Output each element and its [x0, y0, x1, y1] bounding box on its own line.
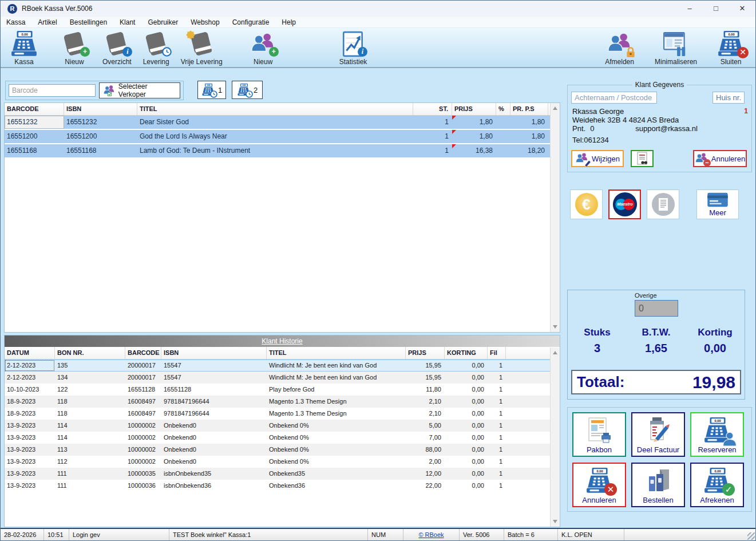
history-row[interactable]: 13-9-2023 111 10000035 isbnOnbekend35 On…: [5, 468, 560, 480]
hist-cell-barcode: 10000002: [125, 444, 161, 456]
bestellen-button[interactable]: Bestellen: [631, 463, 685, 507]
toolbar-levering-button[interactable]: Levering: [143, 30, 169, 66]
deel-factuur-icon: [645, 416, 671, 445]
toolbar-nieuw-klant-button[interactable]: + Nieuw: [250, 30, 276, 66]
pakbon-button[interactable]: Pakbon: [572, 412, 626, 457]
cart-cell-titel: Dear Sister God: [137, 116, 413, 129]
cart-col-barcode[interactable]: BARCODE: [5, 103, 64, 115]
hist-col-bon[interactable]: BON NR.: [55, 347, 125, 359]
toolbar-overzicht-button[interactable]: i Overzicht: [102, 30, 132, 66]
register-2-button[interactable]: 2: [232, 81, 263, 99]
cart-col-st[interactable]: ST.: [413, 103, 452, 115]
hist-col-isbn[interactable]: ISBN: [161, 347, 267, 359]
cart-row[interactable]: 16551200 16551200 God the Lord Is Always…: [5, 130, 560, 143]
annuleren-button[interactable]: ✕ Annuleren: [572, 463, 626, 507]
history-row[interactable]: 10-10-2023 122 16551128 16551128 Play be…: [5, 384, 560, 396]
cart-col-isbn[interactable]: ISBN: [64, 103, 137, 115]
deel-factuur-button[interactable]: Deel Factuur: [631, 412, 685, 457]
cart-col-pct[interactable]: %: [496, 103, 510, 115]
cart-cell-prps: 1,80: [510, 116, 548, 129]
toolbar-kassa-button[interactable]: Kassa: [10, 30, 38, 66]
pay-receipt-button[interactable]: [647, 189, 679, 219]
history-row[interactable]: 13-9-2023 114 10000002 Onbekend0 Onbeken…: [5, 420, 560, 432]
toolbar-minimaliseren-button[interactable]: Minimaliseren: [655, 30, 697, 66]
total-box: Totaal: 19,98: [571, 370, 741, 394]
klant-annuleren-button[interactable]: − Annuleren: [693, 150, 747, 167]
resize-grip[interactable]: [747, 532, 755, 540]
history-row[interactable]: 18-9-2023 118 16008497 9781847196644 Mag…: [5, 408, 560, 420]
menu-klant[interactable]: Klant: [120, 18, 135, 26]
toolbar-sluiten-button[interactable]: ✕ Sluiten: [717, 30, 745, 66]
reserveren-button[interactable]: Reserveren: [690, 412, 744, 457]
cart-cell-barcode: 16551168: [5, 144, 64, 157]
toolbar-afmelden-button[interactable]: Afmelden: [605, 30, 634, 66]
menu-configuratie[interactable]: Configuratie: [232, 18, 270, 26]
huisnr-input[interactable]: [713, 92, 745, 104]
close-button[interactable]: ✕: [729, 1, 755, 17]
pay-maestro-button[interactable]: Maestro: [608, 189, 641, 219]
hist-col-prijs[interactable]: PRIJS: [406, 347, 445, 359]
afrekenen-button[interactable]: ✓ Afrekenen: [690, 463, 744, 507]
hist-cell-bon: 118: [55, 396, 125, 408]
toolbar-vrije-levering-button[interactable]: Vrije Levering: [181, 30, 223, 66]
hist-cell-korting: 0,00: [445, 360, 488, 372]
hist-col-titel[interactable]: TITEL: [267, 347, 406, 359]
hist-cell-datum: 2-12-2023: [5, 360, 55, 372]
register-1-button[interactable]: 1: [197, 81, 226, 99]
cart-row[interactable]: 16551232 16551232 Dear Sister God 1 1,80…: [5, 116, 560, 129]
hist-cell-barcode: 10000035: [125, 468, 161, 480]
hist-col-datum[interactable]: DATUM: [5, 347, 55, 359]
hist-cell-isbn: Onbekend0: [161, 432, 267, 444]
hist-cell-fil: 1: [488, 372, 506, 384]
hist-cell-korting: 0,00: [445, 384, 488, 396]
history-row[interactable]: 2-12-2023 135 20000017 15547 Windlicht M…: [5, 360, 560, 372]
cart-scrollbar[interactable]: [550, 103, 560, 332]
window-minimize-icon: [663, 30, 689, 58]
toolbar-statistiek-button[interactable]: i Statistiek: [339, 30, 367, 66]
klant-gegevens-legend: Klant Gegevens: [632, 81, 687, 89]
history-row[interactable]: 13-9-2023 114 10000002 Onbekend0 Onbeken…: [5, 432, 560, 444]
select-verkoper-button[interactable]: Selecteer Verkoper: [99, 82, 180, 98]
wijzigen-button[interactable]: Wijzigen: [571, 150, 624, 167]
achternaam-postcode-input[interactable]: [571, 92, 657, 104]
menu-gebruiker[interactable]: Gebruiker: [148, 18, 178, 26]
history-row[interactable]: 2-12-2023 134 20000017 15547 Windlicht M…: [5, 372, 560, 384]
history-scrollbar[interactable]: [550, 347, 560, 527]
cart-cell-barcode: 16551200: [5, 130, 64, 143]
total-value: 19,98: [692, 373, 735, 392]
history-row[interactable]: 18-9-2023 118 16008497 9781847196644 Mag…: [5, 396, 560, 408]
cart-cell-prps: 18,20: [510, 144, 548, 157]
hist-col-fil[interactable]: Fil: [488, 347, 506, 359]
korting-value: 0,00: [686, 342, 745, 355]
maximize-button[interactable]: □: [703, 1, 729, 17]
minimize-button[interactable]: –: [676, 1, 703, 17]
menu-bestellingen[interactable]: Bestellingen: [70, 18, 107, 26]
hist-cell-isbn: Onbekend0: [161, 444, 267, 456]
barcode-input[interactable]: [9, 84, 96, 97]
hist-col-korting[interactable]: KORTING: [445, 347, 488, 359]
cart-row[interactable]: 16551168 16551168 Lamb of God: Te Deum -…: [5, 144, 560, 157]
menu-artikel[interactable]: Artikel: [38, 18, 57, 26]
status-login: Login gev: [69, 529, 169, 540]
hist-col-barcode[interactable]: BARCODE: [125, 347, 161, 359]
history-row[interactable]: 13-9-2023 111 10000036 isbnOnbekend36 On…: [5, 480, 560, 492]
menu-help[interactable]: Help: [282, 18, 296, 26]
overige-input[interactable]: [635, 300, 678, 317]
pay-cash-button[interactable]: €: [570, 189, 603, 219]
toolbar: Kassa + Nieuw i Overzicht Levering Vrije…: [1, 28, 755, 68]
pay-meer-button[interactable]: Meer: [696, 189, 739, 219]
window-title: RBoek Kassa Ver.5006: [22, 5, 92, 13]
rboek-link[interactable]: © RBoek: [418, 531, 444, 538]
toolbar-nieuw-boek-button[interactable]: + Nieuw: [61, 30, 88, 66]
document-search-button[interactable]: [631, 150, 654, 167]
status-date: 28-02-2026: [1, 529, 44, 540]
menu-webshop[interactable]: Webshop: [191, 18, 219, 26]
cart-col-prijs[interactable]: PRIJS: [452, 103, 496, 115]
hist-cell-datum: 13-9-2023: [5, 480, 55, 492]
cart-col-prps[interactable]: PR. P.S: [510, 103, 548, 115]
cart-col-titel[interactable]: TITEL: [137, 103, 413, 115]
history-row[interactable]: 13-9-2023 112 10000002 Onbekend0 Onbeken…: [5, 456, 560, 468]
history-row[interactable]: 13-9-2023 113 10000002 Onbekend0 Onbeken…: [5, 444, 560, 456]
menu-kassa[interactable]: Kassa: [6, 18, 25, 26]
hist-cell-bon: 114: [55, 432, 125, 444]
